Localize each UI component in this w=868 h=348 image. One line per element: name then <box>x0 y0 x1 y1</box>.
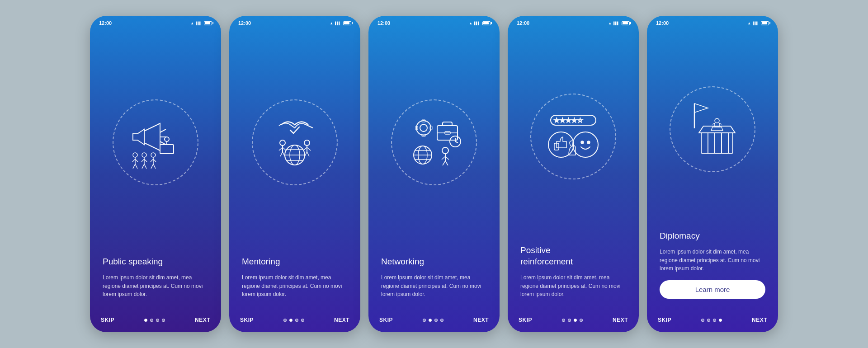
dot-5-4 <box>719 319 722 322</box>
next-button-1[interactable]: NEXT <box>195 317 210 323</box>
svg-line-23 <box>153 164 156 169</box>
svg-line-15 <box>144 159 147 162</box>
svg-line-11 <box>135 164 137 169</box>
status-bar-1: 12:00 <box>90 16 221 28</box>
svg-line-60 <box>442 156 445 160</box>
networking-icon <box>405 112 463 173</box>
dashed-circle-4: ★★★★☆ <box>530 94 616 179</box>
dashed-circle-2 <box>252 99 338 185</box>
svg-point-80 <box>715 118 719 123</box>
icon-area-2 <box>229 28 360 256</box>
status-bar-4: 12:00 <box>508 16 639 28</box>
svg-point-6 <box>133 153 137 157</box>
wifi-icon-2 <box>330 21 333 25</box>
svg-line-38 <box>307 147 311 150</box>
dot-4-1 <box>562 319 565 322</box>
bottom-nav-4: SKIP NEXT <box>508 310 639 332</box>
dot-3-3 <box>434 319 438 322</box>
skip-button-3[interactable]: SKIP <box>379 317 393 323</box>
status-icons-4 <box>608 21 630 25</box>
screen-title-4: Positive reinforcement <box>520 245 626 267</box>
svg-line-31 <box>279 147 283 150</box>
svg-point-69 <box>581 141 584 144</box>
icon-area-4: ★★★★☆ <box>508 28 639 245</box>
learn-more-button[interactable]: Learn more <box>660 280 765 299</box>
wifi-icon-5 <box>747 21 751 25</box>
svg-line-37 <box>303 147 307 150</box>
svg-point-41 <box>416 121 431 135</box>
dashed-circle-3 <box>391 99 477 185</box>
status-bar-2: 12:00 <box>229 16 360 28</box>
next-button-5[interactable]: NEXT <box>752 317 767 323</box>
skip-button-4[interactable]: SKIP <box>519 317 532 323</box>
next-button-3[interactable]: NEXT <box>473 317 489 323</box>
svg-point-29 <box>280 140 285 146</box>
signal-icon-1 <box>196 21 201 25</box>
status-icons-5 <box>747 21 769 25</box>
signal-icon-4 <box>613 21 619 25</box>
public-speaking-icon <box>126 112 185 173</box>
time-2: 12:00 <box>238 20 251 26</box>
time-4: 12:00 <box>517 20 529 26</box>
svg-line-33 <box>280 152 283 156</box>
dots-3 <box>423 319 443 322</box>
screen-positive-reinforcement: 12:00 ★★★★☆ <box>508 16 639 332</box>
svg-point-68 <box>573 132 598 157</box>
dot-3-1 <box>423 319 426 322</box>
status-bar-3: 12:00 <box>368 16 500 28</box>
svg-line-8 <box>132 159 135 162</box>
svg-point-42 <box>420 124 427 132</box>
svg-point-58 <box>442 147 448 154</box>
bottom-nav-5: SKIP NEXT <box>647 310 778 332</box>
svg-line-61 <box>445 156 449 160</box>
svg-marker-73 <box>694 103 708 113</box>
screen-title-5: Diplomacy <box>660 230 765 242</box>
dashed-circle-5 <box>670 86 755 172</box>
screen-body-4: Lorem ipsum dolor sit dim amet, mea regi… <box>520 273 626 299</box>
svg-point-35 <box>304 140 310 146</box>
time-5: 12:00 <box>656 20 669 26</box>
time-1: 12:00 <box>99 20 112 26</box>
screen-body-1: Lorem ipsum dolor sit dim amet, mea regi… <box>103 273 208 299</box>
wifi-icon-4 <box>608 21 612 25</box>
dashed-circle-1 <box>113 99 198 185</box>
screen-mentoring: 12:00 <box>229 16 360 332</box>
text-area-5: Diplomacy Lorem ipsum dolor sit dim amet… <box>647 230 778 310</box>
dot-3-2 <box>429 319 432 322</box>
svg-point-18 <box>151 153 156 157</box>
svg-text:★★★★☆: ★★★★☆ <box>554 117 583 124</box>
signal-icon-5 <box>753 21 758 25</box>
diplomacy-icon <box>683 99 742 160</box>
dot-5-2 <box>707 319 710 322</box>
svg-point-70 <box>587 141 590 144</box>
next-button-2[interactable]: NEXT <box>334 317 349 323</box>
dots-5 <box>701 319 722 322</box>
skip-button-5[interactable]: SKIP <box>658 317 671 323</box>
screen-diplomacy: 12:00 <box>647 16 778 332</box>
screen-body-5: Lorem ipsum dolor sit dim amet, mea regi… <box>660 248 765 273</box>
battery-icon-3 <box>482 21 491 25</box>
svg-point-12 <box>142 153 146 157</box>
battery-icon-5 <box>761 21 769 25</box>
icon-area-3 <box>368 28 500 256</box>
status-icons-1 <box>190 21 212 25</box>
svg-line-62 <box>443 161 445 165</box>
screens-container: 12:00 <box>90 16 778 332</box>
next-button-4[interactable]: NEXT <box>613 317 628 323</box>
svg-line-22 <box>151 164 153 169</box>
signal-icon-3 <box>474 21 480 25</box>
screen-title-2: Mentoring <box>242 256 348 268</box>
bottom-nav-1: SKIP NEXT <box>90 310 221 332</box>
text-area-2: Mentoring Lorem ipsum dolor sit dim amet… <box>229 256 360 310</box>
signal-icon-2 <box>335 21 340 25</box>
icon-area-1 <box>90 28 221 256</box>
svg-line-40 <box>307 152 309 156</box>
text-area-1: Public speaking Lorem ipsum dolor sit di… <box>90 256 221 310</box>
status-icons-2 <box>330 21 351 25</box>
skip-button-2[interactable]: SKIP <box>240 317 254 323</box>
dots-4 <box>562 319 583 322</box>
time-3: 12:00 <box>377 20 390 26</box>
text-area-4: Positive reinforcement Lorem ipsum dolor… <box>508 245 639 310</box>
skip-button-1[interactable]: SKIP <box>101 317 114 323</box>
dot-1-3 <box>156 319 159 322</box>
